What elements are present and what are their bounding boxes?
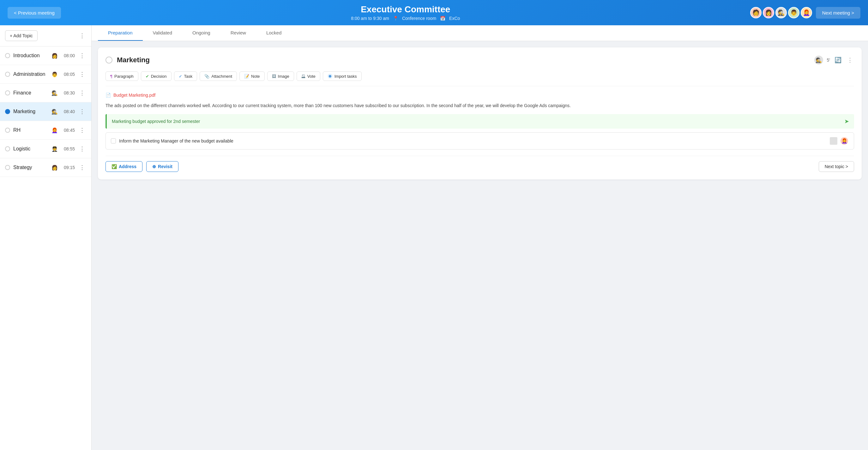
topic-more-button[interactable]: ⋮ bbox=[78, 51, 86, 60]
task-label: Task bbox=[184, 74, 193, 79]
address-icon: ✅ bbox=[112, 164, 117, 169]
image-label: Image bbox=[278, 74, 289, 79]
topic-time: 08:30 bbox=[62, 90, 75, 95]
toolbar-import-tasks[interactable]: ⊕ Import tasks bbox=[323, 71, 362, 81]
task-status-box bbox=[830, 137, 837, 145]
topic-circle bbox=[5, 90, 10, 95]
topic-avatar: 🕵️ bbox=[50, 88, 59, 97]
main-layout: + Add Topic ⋮ Introduction 👩 08:00 ⋮ Adm… bbox=[0, 25, 868, 450]
task-icon: ✓ bbox=[179, 74, 182, 79]
calendar-icon: 📅 bbox=[440, 16, 445, 21]
topic-avatar: 👩 bbox=[50, 51, 59, 60]
sidebar-more-button[interactable]: ⋮ bbox=[78, 31, 86, 40]
card-avatar: 🕵️ bbox=[814, 55, 824, 65]
topic-more-button[interactable]: ⋮ bbox=[78, 163, 86, 172]
toolbar-task[interactable]: ✓ Task bbox=[174, 71, 197, 81]
card-more-button[interactable]: ⋮ bbox=[846, 55, 854, 65]
toolbar-decision[interactable]: ✔ Decision bbox=[141, 71, 172, 81]
sidebar-topic-item[interactable]: Strategy 👩 09:15 ⋮ bbox=[0, 158, 91, 177]
sidebar: + Add Topic ⋮ Introduction 👩 08:00 ⋮ Adm… bbox=[0, 25, 92, 450]
toolbar-paragraph[interactable]: ¶ Paragraph bbox=[105, 71, 138, 81]
card-title: Marketing bbox=[117, 56, 150, 64]
task-text: Inform the Marketing Manager of the new … bbox=[119, 139, 234, 144]
topic-avatar: 👨 bbox=[50, 70, 59, 79]
meeting-subtitle: 8:00 am to 9:30 am 📍 Conference room 📅 E… bbox=[351, 16, 460, 21]
topic-name: Administration bbox=[13, 71, 47, 77]
topic-name: Marketing bbox=[13, 109, 47, 114]
prev-meeting-button[interactable]: < Previous meeting bbox=[7, 7, 61, 19]
address-button[interactable]: ✅ Address bbox=[105, 161, 143, 172]
avatar: 👨 bbox=[788, 7, 800, 18]
body-text: The ads posted on the different channels… bbox=[105, 102, 854, 109]
topic-time: 08:40 bbox=[62, 109, 75, 114]
sidebar-topic-item[interactable]: Introduction 👩 08:00 ⋮ bbox=[0, 47, 91, 65]
topic-avatar: 👩 bbox=[50, 163, 59, 172]
sidebar-topic-item[interactable]: Marketing 🕵️ 08:40 ⋮ bbox=[0, 102, 91, 121]
avatar: 👩‍🦰 bbox=[801, 7, 812, 18]
tab-locked[interactable]: Locked bbox=[256, 25, 291, 41]
header: < Previous meeting Executive Committee 8… bbox=[0, 0, 868, 25]
topic-name: Strategy bbox=[13, 164, 47, 170]
sidebar-topic-item[interactable]: Administration 👨 08:05 ⋮ bbox=[0, 65, 91, 84]
content-scroll: Marketing 🕵️ 5' 🔄 ⋮ ¶ Para bbox=[92, 41, 868, 450]
task-checkbox[interactable] bbox=[111, 139, 116, 144]
topic-time: 08:00 bbox=[62, 53, 75, 58]
topic-time: 09:15 bbox=[62, 165, 75, 170]
content-area: PreparationValidatedOngoingReviewLocked … bbox=[92, 25, 868, 450]
topic-more-button[interactable]: ⋮ bbox=[78, 125, 86, 135]
import-label: Import tasks bbox=[335, 74, 357, 79]
topic-circle bbox=[5, 72, 10, 77]
address-label: Address bbox=[119, 164, 136, 169]
toolbar-attachment[interactable]: 📎 Attachment bbox=[199, 71, 237, 81]
toolbar-note[interactable]: 📝 Note bbox=[240, 71, 265, 81]
topic-more-button[interactable]: ⋮ bbox=[78, 144, 86, 154]
tab-preparation[interactable]: Preparation bbox=[98, 25, 143, 41]
card-title-row: Marketing bbox=[105, 56, 150, 64]
topic-circle bbox=[5, 53, 10, 58]
tab-ongoing[interactable]: Ongoing bbox=[182, 25, 220, 41]
revisit-button[interactable]: ⊕ Revisit bbox=[146, 161, 179, 172]
attachment-label: Attachment bbox=[211, 74, 232, 79]
sidebar-topic-item[interactable]: Finance 🕵️ 08:30 ⋮ bbox=[0, 84, 91, 102]
decision-icon: ✔ bbox=[146, 74, 149, 79]
toolbar-vote[interactable]: 🗳 Vote bbox=[297, 71, 320, 81]
tab-validated[interactable]: Validated bbox=[143, 25, 182, 41]
topic-avatar: 🧑‍✈️ bbox=[50, 144, 59, 153]
sidebar-topic-item[interactable]: Logistic 🧑‍✈️ 08:55 ⋮ bbox=[0, 140, 91, 158]
task-right: 👩‍🦰 bbox=[830, 137, 849, 145]
tabs-bar: PreparationValidatedOngoingReviewLocked bbox=[92, 25, 868, 41]
topic-more-button[interactable]: ⋮ bbox=[78, 88, 86, 98]
sidebar-topic-item[interactable]: RH 👩‍🦰 08:45 ⋮ bbox=[0, 121, 91, 140]
image-icon: 🖼 bbox=[272, 74, 276, 79]
pdf-name: Budget Marketing.pdf bbox=[114, 93, 155, 98]
add-topic-button[interactable]: + Add Topic bbox=[5, 30, 38, 41]
pdf-icon: 📄 bbox=[105, 93, 111, 98]
revisit-icon: ⊕ bbox=[152, 164, 156, 169]
meeting-title: Executive Committee bbox=[351, 4, 460, 14]
task-avatar: 👩‍🦰 bbox=[840, 137, 849, 145]
topic-more-button[interactable]: ⋮ bbox=[78, 69, 86, 79]
topic-avatar: 🕵️ bbox=[50, 107, 59, 116]
tab-review[interactable]: Review bbox=[220, 25, 256, 41]
footer-left: ✅ Address ⊕ Revisit bbox=[105, 161, 179, 172]
refresh-button[interactable]: 🔄 bbox=[833, 55, 843, 65]
decision-item: Marketing budget approved for 2nd semest… bbox=[105, 114, 854, 129]
toolbar-image[interactable]: 🖼 Image bbox=[267, 71, 294, 81]
topic-more-button[interactable]: ⋮ bbox=[78, 107, 86, 116]
revisit-label: Revisit bbox=[158, 164, 173, 169]
topic-time: 08:05 bbox=[62, 72, 75, 77]
vote-label: Vote bbox=[307, 74, 315, 79]
topic-name: Logistic bbox=[13, 146, 47, 152]
next-topic-button[interactable]: Next topic > bbox=[819, 161, 854, 172]
sidebar-header: + Add Topic ⋮ bbox=[0, 25, 91, 47]
next-meeting-button[interactable]: Next meeting > bbox=[816, 7, 861, 19]
avatar-group: 🧑 👩 🕵️ 👨 👩‍🦰 bbox=[750, 7, 812, 18]
location-icon: 📍 bbox=[393, 16, 398, 21]
card-header: Marketing 🕵️ 5' 🔄 ⋮ bbox=[105, 55, 854, 65]
topic-circle bbox=[5, 146, 10, 151]
topic-avatar: 👩‍🦰 bbox=[50, 126, 59, 134]
pdf-attachment[interactable]: 📄 Budget Marketing.pdf bbox=[105, 93, 854, 98]
avatar: 👩 bbox=[763, 7, 774, 18]
card-actions: 🕵️ 5' 🔄 ⋮ bbox=[814, 55, 854, 65]
avatar: 🕵️ bbox=[775, 7, 787, 18]
